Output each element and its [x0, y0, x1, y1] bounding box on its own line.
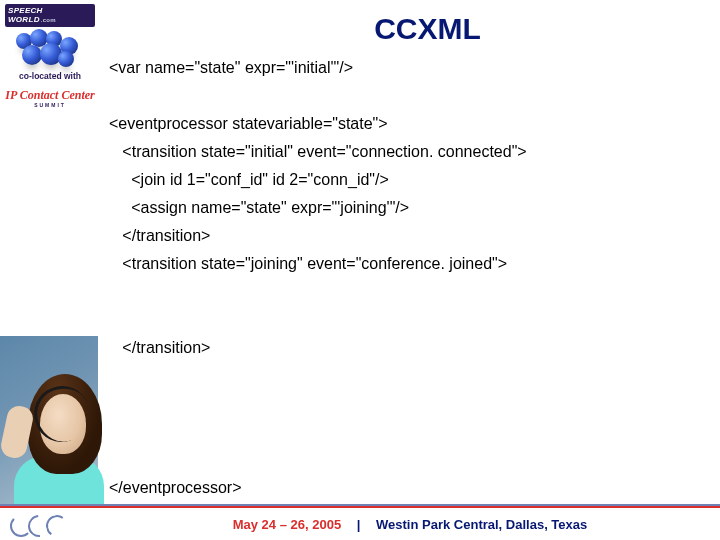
footer-dates: May 24 – 26, 2005 [233, 517, 341, 532]
footer-venue: Westin Park Central, Dallas, Texas [376, 517, 587, 532]
beads-graphic [10, 29, 90, 67]
main-content: CCXML <var name="state" expr="'initial'"… [105, 0, 720, 540]
logo-suffix: .com [40, 17, 56, 23]
cc-brand: IP Contact Center [5, 88, 95, 102]
slide-title: CCXML [145, 12, 710, 46]
logo-text: SPEECH WORLD [8, 6, 43, 24]
code-block: <var name="state" expr="'initial'"/> <ev… [105, 54, 710, 502]
speechworld-logo: SPEECH WORLD.com [5, 4, 95, 27]
colocated-label: co-located with [0, 71, 100, 81]
operator-photo [0, 336, 98, 506]
footer-swirl-icon [0, 509, 100, 539]
contact-center-logo: IP Contact Center SUMMIT [0, 85, 100, 108]
cc-sub: SUMMIT [0, 102, 100, 108]
footer: May 24 – 26, 2005 | Westin Park Central,… [0, 506, 720, 540]
sidebar: SPEECH WORLD.com co-located with IP Cont… [0, 0, 100, 540]
footer-pipe: | [345, 517, 373, 532]
